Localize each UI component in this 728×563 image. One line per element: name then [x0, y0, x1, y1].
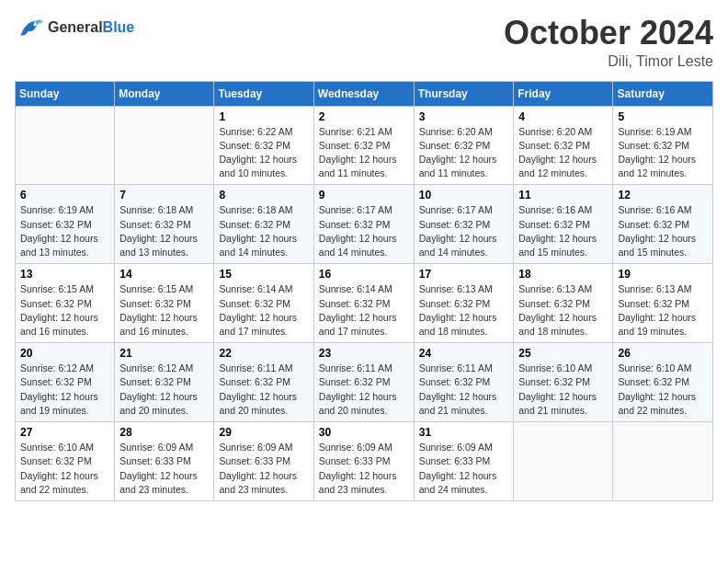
day-number: 10 — [419, 189, 509, 201]
day-number: 20 — [20, 347, 109, 360]
day-cell: 5Sunrise: 6:19 AM Sunset: 6:32 PM Daylig… — [613, 106, 713, 185]
day-number: 24 — [419, 347, 509, 360]
day-number: 5 — [618, 110, 708, 123]
day-number: 4 — [518, 110, 608, 123]
header-cell-monday: Monday — [115, 81, 214, 106]
day-cell: 20Sunrise: 6:12 AM Sunset: 6:32 PM Dayli… — [16, 343, 115, 422]
day-number: 30 — [319, 426, 409, 439]
week-row-5: 27Sunrise: 6:10 AM Sunset: 6:32 PM Dayli… — [16, 422, 713, 501]
day-cell — [16, 106, 115, 185]
day-cell: 13Sunrise: 6:15 AM Sunset: 6:32 PM Dayli… — [16, 264, 115, 343]
day-cell: 24Sunrise: 6:11 AM Sunset: 6:32 PM Dayli… — [414, 343, 514, 422]
header-cell-saturday: Saturday — [613, 81, 713, 106]
day-cell: 22Sunrise: 6:11 AM Sunset: 6:32 PM Dayli… — [214, 343, 313, 422]
day-info: Sunrise: 6:11 AM Sunset: 6:32 PM Dayligh… — [219, 362, 308, 418]
day-number: 11 — [518, 189, 608, 201]
day-number: 17 — [419, 268, 509, 281]
day-number: 2 — [319, 110, 409, 123]
day-cell: 21Sunrise: 6:12 AM Sunset: 6:32 PM Dayli… — [115, 343, 214, 422]
day-cell: 17Sunrise: 6:13 AM Sunset: 6:32 PM Dayli… — [414, 264, 514, 343]
month-title: October 2024 — [504, 15, 713, 52]
logo-text: GeneralBlue — [48, 19, 134, 36]
day-cell: 27Sunrise: 6:10 AM Sunset: 6:32 PM Dayli… — [16, 422, 115, 501]
day-info: Sunrise: 6:09 AM Sunset: 6:33 PM Dayligh… — [419, 441, 509, 497]
day-info: Sunrise: 6:11 AM Sunset: 6:32 PM Dayligh… — [419, 362, 509, 418]
logo: GeneralBlue — [15, 15, 134, 40]
day-info: Sunrise: 6:14 AM Sunset: 6:32 PM Dayligh… — [319, 282, 409, 339]
day-cell: 4Sunrise: 6:20 AM Sunset: 6:32 PM Daylig… — [514, 106, 613, 185]
day-cell: 31Sunrise: 6:09 AM Sunset: 6:33 PM Dayli… — [414, 422, 514, 501]
day-info: Sunrise: 6:19 AM Sunset: 6:32 PM Dayligh… — [618, 125, 708, 181]
header-cell-sunday: Sunday — [16, 81, 115, 106]
day-number: 29 — [219, 426, 308, 439]
day-info: Sunrise: 6:12 AM Sunset: 6:32 PM Dayligh… — [119, 362, 209, 418]
header-cell-friday: Friday — [514, 81, 613, 106]
day-cell: 18Sunrise: 6:13 AM Sunset: 6:32 PM Dayli… — [514, 264, 613, 343]
day-number: 23 — [319, 347, 409, 360]
day-info: Sunrise: 6:13 AM Sunset: 6:32 PM Dayligh… — [618, 282, 708, 339]
week-row-4: 20Sunrise: 6:12 AM Sunset: 6:32 PM Dayli… — [16, 343, 713, 422]
day-cell: 23Sunrise: 6:11 AM Sunset: 6:32 PM Dayli… — [313, 343, 414, 422]
day-cell — [115, 106, 214, 185]
day-number: 31 — [419, 426, 509, 439]
day-number: 9 — [319, 189, 409, 201]
day-cell: 10Sunrise: 6:17 AM Sunset: 6:32 PM Dayli… — [414, 185, 514, 264]
day-number: 1 — [219, 110, 308, 123]
day-number: 8 — [219, 189, 308, 201]
day-info: Sunrise: 6:21 AM Sunset: 6:32 PM Dayligh… — [319, 125, 409, 181]
day-number: 15 — [219, 268, 308, 281]
day-number: 13 — [20, 268, 109, 281]
header-cell-tuesday: Tuesday — [214, 81, 313, 106]
day-info: Sunrise: 6:16 AM Sunset: 6:32 PM Dayligh… — [618, 203, 708, 259]
day-info: Sunrise: 6:12 AM Sunset: 6:32 PM Dayligh… — [20, 362, 109, 418]
day-info: Sunrise: 6:20 AM Sunset: 6:32 PM Dayligh… — [419, 125, 509, 181]
header-cell-thursday: Thursday — [414, 81, 514, 106]
day-cell: 28Sunrise: 6:09 AM Sunset: 6:33 PM Dayli… — [115, 422, 214, 501]
day-number: 3 — [419, 110, 509, 123]
day-cell: 29Sunrise: 6:09 AM Sunset: 6:33 PM Dayli… — [214, 422, 313, 501]
day-cell: 16Sunrise: 6:14 AM Sunset: 6:32 PM Dayli… — [313, 264, 414, 343]
day-number: 28 — [119, 426, 209, 439]
day-info: Sunrise: 6:19 AM Sunset: 6:32 PM Dayligh… — [20, 203, 109, 259]
day-info: Sunrise: 6:15 AM Sunset: 6:32 PM Dayligh… — [119, 282, 209, 339]
day-number: 21 — [119, 347, 209, 360]
day-info: Sunrise: 6:09 AM Sunset: 6:33 PM Dayligh… — [119, 441, 209, 497]
day-cell: 6Sunrise: 6:19 AM Sunset: 6:32 PM Daylig… — [16, 185, 115, 264]
day-number: 19 — [618, 268, 708, 281]
location-title: Dili, Timor Leste — [504, 53, 713, 70]
day-cell — [613, 422, 713, 501]
day-info: Sunrise: 6:10 AM Sunset: 6:32 PM Dayligh… — [518, 362, 608, 418]
header-cell-wednesday: Wednesday — [313, 81, 414, 106]
day-number: 26 — [618, 347, 708, 360]
day-cell: 9Sunrise: 6:17 AM Sunset: 6:32 PM Daylig… — [313, 185, 414, 264]
day-cell — [514, 422, 613, 501]
logo-icon — [15, 15, 44, 40]
day-cell: 26Sunrise: 6:10 AM Sunset: 6:32 PM Dayli… — [613, 343, 713, 422]
day-info: Sunrise: 6:17 AM Sunset: 6:32 PM Dayligh… — [319, 203, 409, 259]
day-cell: 2Sunrise: 6:21 AM Sunset: 6:32 PM Daylig… — [313, 106, 414, 185]
day-info: Sunrise: 6:15 AM Sunset: 6:32 PM Dayligh… — [20, 282, 109, 339]
calendar-table: SundayMondayTuesdayWednesdayThursdayFrid… — [15, 81, 713, 501]
day-number: 6 — [20, 189, 109, 201]
day-cell: 30Sunrise: 6:09 AM Sunset: 6:33 PM Dayli… — [313, 422, 414, 501]
day-number: 7 — [119, 189, 209, 201]
day-number: 14 — [119, 268, 209, 281]
day-cell: 8Sunrise: 6:18 AM Sunset: 6:32 PM Daylig… — [214, 185, 313, 264]
day-info: Sunrise: 6:20 AM Sunset: 6:32 PM Dayligh… — [518, 125, 608, 181]
page-header: GeneralBlue October 2024 Dili, Timor Les… — [15, 15, 713, 70]
day-info: Sunrise: 6:10 AM Sunset: 6:32 PM Dayligh… — [20, 441, 109, 497]
day-number: 27 — [20, 426, 109, 439]
day-cell: 25Sunrise: 6:10 AM Sunset: 6:32 PM Dayli… — [514, 343, 613, 422]
day-info: Sunrise: 6:17 AM Sunset: 6:32 PM Dayligh… — [419, 203, 509, 259]
day-number: 18 — [518, 268, 608, 281]
day-cell: 15Sunrise: 6:14 AM Sunset: 6:32 PM Dayli… — [214, 264, 313, 343]
day-cell: 19Sunrise: 6:13 AM Sunset: 6:32 PM Dayli… — [613, 264, 713, 343]
title-block: October 2024 Dili, Timor Leste — [504, 15, 713, 70]
day-cell: 1Sunrise: 6:22 AM Sunset: 6:32 PM Daylig… — [214, 106, 313, 185]
day-info: Sunrise: 6:13 AM Sunset: 6:32 PM Dayligh… — [419, 282, 509, 339]
day-number: 22 — [219, 347, 308, 360]
day-info: Sunrise: 6:09 AM Sunset: 6:33 PM Dayligh… — [219, 441, 308, 497]
day-cell: 14Sunrise: 6:15 AM Sunset: 6:32 PM Dayli… — [115, 264, 214, 343]
day-number: 25 — [518, 347, 608, 360]
day-info: Sunrise: 6:22 AM Sunset: 6:32 PM Dayligh… — [219, 125, 308, 181]
